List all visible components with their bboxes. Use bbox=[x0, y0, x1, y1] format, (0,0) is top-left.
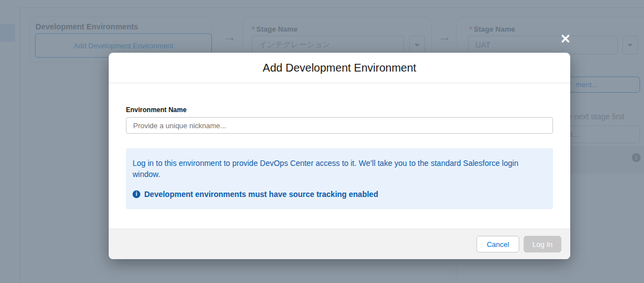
cancel-button[interactable]: Cancel bbox=[476, 236, 519, 252]
modal-body: Environment Name Log in to this environm… bbox=[109, 84, 570, 229]
environment-name-input[interactable] bbox=[126, 117, 553, 134]
modal-footer: Cancel Log In bbox=[109, 229, 570, 259]
log-in-button[interactable]: Log In bbox=[524, 236, 561, 252]
login-notice: Log in to this environment to provide De… bbox=[126, 148, 553, 209]
close-icon: ✕ bbox=[560, 32, 571, 47]
info-icon: i bbox=[133, 190, 140, 198]
notice-paragraph: Log in to this environment to provide De… bbox=[133, 158, 546, 180]
modal-title: Add Development Environment bbox=[263, 62, 417, 74]
modal-header: Add Development Environment bbox=[109, 53, 570, 83]
source-tracking-note: i Development environments must have sou… bbox=[133, 189, 546, 200]
source-tracking-note-text: Development environments must have sourc… bbox=[144, 189, 378, 200]
modal-close-button[interactable]: ✕ bbox=[556, 30, 575, 48]
add-development-environment-modal: Add Development Environment Environment … bbox=[109, 53, 570, 259]
app-root: Development Environments Add Development… bbox=[0, 0, 644, 283]
environment-name-label: Environment Name bbox=[126, 106, 553, 114]
